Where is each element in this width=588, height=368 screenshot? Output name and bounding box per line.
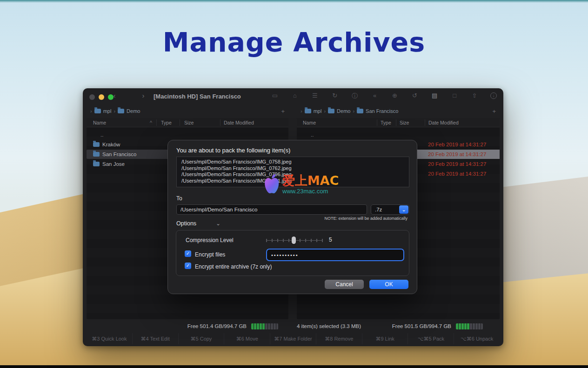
back-button[interactable]: ‹ — [110, 92, 119, 99]
ok-button[interactable]: OK — [369, 280, 408, 289]
chevrons-left-icon[interactable]: « — [371, 92, 379, 100]
chevron-down-icon: ⌄ — [216, 220, 220, 227]
chevron-icon: › — [353, 108, 354, 114]
sort-caret-icon: ^ — [150, 120, 152, 125]
quick-look-button[interactable]: ⌘3 Quick Look — [87, 333, 132, 344]
frame-icon[interactable]: □ — [450, 92, 459, 100]
watermark: 爱上MAC www.23mac.com — [262, 174, 339, 196]
destination-input[interactable] — [176, 204, 367, 215]
column-date[interactable]: Date Modified — [428, 120, 459, 125]
chevron-icon: › — [114, 108, 115, 114]
password-input[interactable] — [267, 249, 404, 261]
list-icon[interactable]: ☰ — [311, 92, 319, 100]
pack-button[interactable]: ⌥⌘5 Pack — [408, 333, 454, 344]
cancel-button[interactable]: Cancel — [325, 280, 364, 289]
remove-button[interactable]: ⌘8 Remove — [316, 333, 362, 344]
left-disk-usage-bar — [251, 323, 278, 329]
column-type[interactable]: Type — [161, 120, 172, 125]
chevron-icon: › — [90, 108, 92, 114]
dialog-title: You are about to pack the following item… — [176, 147, 290, 154]
chevron-icon: › — [324, 108, 326, 114]
row-date: 20 Feb 2019 at 14:31:27 — [428, 171, 486, 177]
breadcrumb-item[interactable]: Demo — [337, 108, 350, 114]
breadcrumb-item[interactable]: mpl — [314, 108, 322, 114]
chevron-icon: › — [301, 108, 302, 114]
column-size[interactable]: Size — [184, 120, 194, 125]
left-breadcrumb[interactable]: › mpl › Demo + — [87, 106, 288, 116]
download-icon[interactable]: ↓ — [490, 92, 497, 99]
make-folder-button[interactable]: ⌘7 Make Folder — [270, 333, 316, 344]
encrypt-archive-label: Encrypt entire archive (7z only) — [195, 263, 272, 270]
unpack-button[interactable]: ⌥⌘6 Unpack — [454, 333, 500, 344]
folder-icon — [328, 109, 334, 113]
forward-button[interactable]: › — [139, 92, 148, 99]
undo-icon[interactable]: ↺ — [410, 92, 419, 100]
encrypt-archive-checkbox[interactable]: ✓ — [185, 263, 191, 269]
row-name: San Francisco — [102, 151, 137, 157]
status-bar: Free 501.4 GB/994.7 GB 4 item(s) selecte… — [87, 320, 500, 332]
info-icon[interactable]: ⓘ — [351, 92, 359, 100]
refresh-icon[interactable]: ↻ — [331, 92, 339, 100]
folder-icon — [357, 109, 363, 113]
screen-bottom-strip — [0, 365, 588, 368]
row-date: 20 Feb 2019 at 14:31:27 — [428, 142, 486, 147]
to-label: To — [176, 195, 182, 202]
column-name[interactable]: Name — [303, 120, 316, 125]
folder-icon — [118, 109, 124, 113]
home-icon[interactable]: ⌂ — [291, 92, 299, 100]
file-path: /Users/mpl/Demo/San Francisco/IMG_0758.j… — [181, 159, 409, 165]
column-name[interactable]: Name — [93, 120, 106, 125]
minimize-button[interactable] — [99, 94, 104, 100]
extension-select[interactable]: .7z ⌄ — [371, 204, 409, 215]
extension-note: NOTE: extension will be added automatica… — [324, 216, 408, 221]
column-date[interactable]: Date Modified — [224, 120, 254, 125]
encrypt-files-checkbox[interactable]: ✓ — [185, 250, 191, 257]
link-button[interactable]: ⌘9 Link — [362, 333, 408, 344]
right-column-header[interactable]: Name Type Size Date Modified — [297, 118, 500, 127]
slider-thumb[interactable] — [292, 237, 296, 244]
share-icon[interactable]: ⇧ — [470, 92, 479, 100]
folder-icon — [93, 162, 100, 166]
display-icon[interactable]: ▭ — [271, 92, 279, 100]
chevron-down-icon[interactable]: ⌄ — [399, 205, 408, 214]
right-breadcrumb[interactable]: › mpl › Demo › San Francisco + — [297, 106, 500, 116]
window-title: [Macintosh HD] San Francisco — [154, 93, 241, 100]
left-column-header[interactable]: Name ^ Type Size Date Modified — [87, 118, 288, 127]
file-path: /Users/mpl/Demo/San Francisco/IMG_0762.j… — [181, 165, 409, 172]
right-free-space: Free 501.5 GB/994.7 GB — [392, 323, 451, 329]
row-date: 20 Feb 2019 at 14:31:27 — [428, 151, 486, 157]
table-row[interactable]: .. — [297, 130, 500, 139]
column-size[interactable]: Size — [400, 120, 409, 125]
breadcrumb-item[interactable]: Demo — [127, 108, 140, 114]
move-button[interactable]: ⌘6 Move — [224, 333, 270, 344]
toolbar: ▭ ⌂ ☰ ↻ ⓘ « ⊕ ↺ ▤ □ ⇧ ↓ — [271, 92, 497, 100]
command-bar: ⌘3 Quick Look ⌘4 Text Edit ⌘5 Copy ⌘6 Mo… — [87, 333, 500, 344]
compression-label: Compression Level — [186, 237, 234, 243]
add-tab-button[interactable]: + — [281, 108, 285, 115]
right-disk-usage-bar — [456, 323, 483, 329]
apple-logo-icon — [262, 174, 281, 196]
globe-icon[interactable]: ⊕ — [390, 92, 399, 100]
options-label: Options — [176, 220, 196, 227]
close-button[interactable] — [89, 94, 95, 100]
options-disclosure[interactable]: Options⌄ — [176, 220, 220, 227]
breadcrumb-item[interactable]: San Francisco — [366, 108, 398, 114]
copy-button[interactable]: ⌘5 Copy — [178, 333, 224, 344]
watermark-brand: 爱上MAC — [282, 174, 339, 188]
folder-icon — [93, 142, 100, 147]
notes-icon[interactable]: ▤ — [430, 92, 439, 100]
extension-value: .7z — [371, 207, 399, 212]
folder-icon — [93, 152, 100, 157]
compression-slider[interactable] — [266, 237, 323, 244]
folder-icon — [305, 109, 311, 113]
row-name: San Jose — [102, 161, 125, 167]
row-name: .. — [100, 132, 103, 138]
add-tab-button[interactable]: + — [492, 108, 496, 115]
table-row[interactable]: .. — [87, 130, 288, 139]
column-type[interactable]: Type — [381, 120, 391, 125]
text-edit-button[interactable]: ⌘4 Text Edit — [132, 333, 178, 344]
breadcrumb-item[interactable]: mpl — [103, 108, 112, 114]
pack-dialog: You are about to pack the following item… — [167, 140, 417, 294]
options-panel: Compression Level 5 ✓ Encrypt files ✓ En… — [176, 230, 409, 276]
encrypt-files-label: Encrypt files — [195, 251, 225, 258]
